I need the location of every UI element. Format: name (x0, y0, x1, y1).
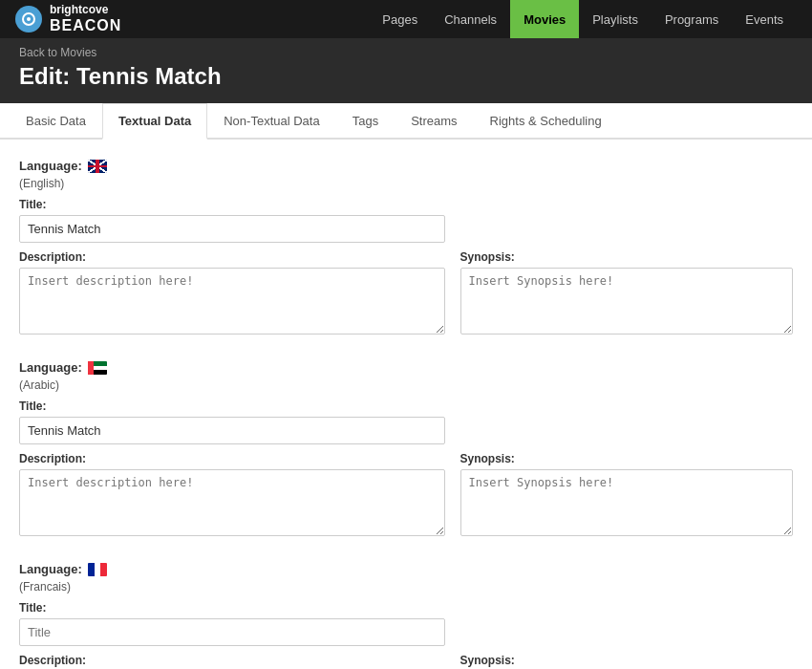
nav-events[interactable]: Events (732, 0, 797, 38)
lang-section-francais: Language: (Francais) Title: Description:… (19, 562, 793, 669)
tabs-bar: Basic Data Textual Data Non-Textual Data… (0, 103, 812, 140)
desc-group-english: Description: (19, 250, 445, 337)
logo-area: brightcove BEACON (15, 4, 121, 33)
desc-group-arabic: Description: (19, 452, 445, 539)
title-input-arabic[interactable] (19, 417, 445, 444)
logo-icon (15, 6, 42, 32)
syn-group-francais: Synopsis: (460, 654, 794, 669)
syn-textarea-english[interactable] (460, 268, 794, 334)
nav-pages[interactable]: Pages (369, 0, 431, 38)
syn-group-english: Synopsis: (460, 250, 794, 337)
page-header: Back to Movies Edit: Tennis Match (0, 38, 812, 103)
lang-label-francais: Language: (19, 562, 82, 576)
lang-label-arabic: Language: (19, 360, 82, 375)
tab-non-textual-data[interactable]: Non-Textual Data (207, 103, 335, 140)
page-title: Edit: Tennis Match (19, 63, 793, 90)
content-area: Language: (English) Title: Description: … (0, 140, 812, 669)
lang-header-arabic: Language: (19, 360, 793, 375)
desc-label-arabic: Description: (19, 452, 445, 465)
top-navigation: brightcove BEACON Pages Channels Movies … (0, 0, 812, 38)
title-label-english: Title: (19, 198, 445, 211)
lang-name-francais: (Francais) (19, 580, 793, 593)
tab-tags[interactable]: Tags (336, 103, 395, 140)
tab-streams[interactable]: Streams (395, 103, 473, 140)
back-to-movies-link[interactable]: Back to Movies (19, 46, 793, 59)
title-group-francais: Title: (19, 601, 445, 646)
nav-links: Pages Channels Movies Playlists Programs… (369, 0, 797, 38)
syn-textarea-arabic[interactable] (460, 469, 794, 536)
title-group-arabic: Title: (19, 399, 445, 444)
lang-section-arabic: Language: (Arabic) Title: Description: S… (19, 360, 793, 539)
title-label-arabic: Title: (19, 399, 445, 413)
nav-movies[interactable]: Movies (510, 0, 579, 38)
desc-textarea-arabic[interactable] (19, 469, 445, 536)
title-label-francais: Title: (19, 601, 445, 615)
lang-header-francais: Language: (19, 562, 793, 576)
lang-section-english: Language: (English) Title: Description: … (19, 159, 793, 337)
svg-point-1 (27, 17, 31, 21)
syn-label-english: Synopsis: (460, 250, 794, 264)
logo-large-text: BEACON (50, 17, 121, 34)
lang-name-arabic: (Arabic) (19, 378, 793, 392)
logo-small-text: brightcove (50, 4, 121, 16)
syn-label-francais: Synopsis: (460, 654, 794, 667)
nav-channels[interactable]: Channels (431, 0, 510, 38)
title-input-english[interactable] (19, 215, 445, 243)
flag-france-icon (88, 563, 107, 576)
flag-uae-icon (88, 361, 107, 375)
lang-header-english: Language: (19, 159, 793, 173)
lang-label-english: Language: (19, 159, 82, 173)
desc-group-francais: Description: (19, 654, 445, 669)
tab-textual-data[interactable]: Textual Data (102, 103, 207, 140)
title-group-english: Title: (19, 198, 445, 243)
desc-textarea-english[interactable] (19, 268, 445, 334)
flag-uk-icon (88, 160, 107, 173)
tab-rights-scheduling[interactable]: Rights & Scheduling (474, 103, 618, 140)
tab-basic-data[interactable]: Basic Data (10, 103, 102, 140)
nav-programs[interactable]: Programs (652, 0, 732, 38)
nav-playlists[interactable]: Playlists (579, 0, 652, 38)
desc-label-english: Description: (19, 250, 445, 264)
title-input-francais[interactable] (19, 618, 445, 646)
desc-label-francais: Description: (19, 654, 445, 667)
lang-name-english: (English) (19, 177, 793, 190)
syn-label-arabic: Synopsis: (460, 452, 794, 465)
syn-group-arabic: Synopsis: (460, 452, 794, 539)
